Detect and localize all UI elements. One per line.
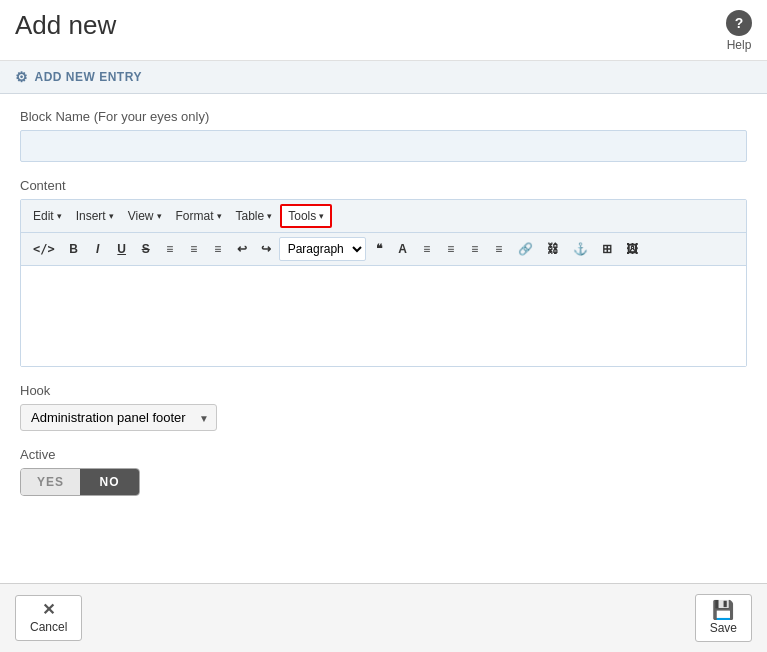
char-map-btn[interactable]: A xyxy=(392,239,414,259)
align-center-btn[interactable]: ≡ xyxy=(183,239,205,259)
link-btn[interactable]: 🔗 xyxy=(512,239,539,259)
paragraph-select[interactable]: Paragraph Heading 1 Heading 2 Heading 3 xyxy=(279,237,366,261)
block-name-label: Block Name (For your eyes only) xyxy=(20,109,747,124)
toggle-no[interactable]: NO xyxy=(80,469,139,495)
editor-wrapper: Edit ▾ Insert ▾ View ▾ Format ▾ Table ▾ … xyxy=(20,199,747,367)
hook-label: Hook xyxy=(20,383,747,398)
active-label: Active xyxy=(20,447,747,462)
align-left-btn[interactable]: ≡ xyxy=(159,239,181,259)
save-icon: 💾 xyxy=(712,601,734,619)
bold-btn[interactable]: B xyxy=(63,239,85,259)
block-name-group: Block Name (For your eyes only) xyxy=(20,109,747,162)
table-btn[interactable]: ⊞ xyxy=(596,239,618,259)
active-group: Active YES NO xyxy=(20,447,747,496)
anchor-btn[interactable]: ⚓ xyxy=(567,239,594,259)
hook-group: Hook Administration panel footer Header … xyxy=(20,383,747,431)
indent-btn[interactable]: ≡ xyxy=(464,239,486,259)
help-label: Help xyxy=(727,38,752,52)
underline-btn[interactable]: U xyxy=(111,239,133,259)
block-name-input[interactable] xyxy=(20,130,747,162)
cancel-label: Cancel xyxy=(30,620,67,634)
help-icon: ? xyxy=(726,10,752,36)
blockquote-btn[interactable]: ❝ xyxy=(368,239,390,259)
hook-select-wrapper: Administration panel footer Header Foote… xyxy=(20,404,217,431)
toggle-yes[interactable]: YES xyxy=(21,469,80,495)
undo-btn[interactable]: ↩ xyxy=(231,239,253,259)
view-menu[interactable]: View ▾ xyxy=(122,206,168,226)
page-header: Add new ? Help xyxy=(0,0,767,61)
gear-icon: ⚙ xyxy=(15,69,29,85)
redo-btn[interactable]: ↪ xyxy=(255,239,277,259)
strikethrough-btn[interactable]: S xyxy=(135,239,157,259)
image-btn[interactable]: 🖼 xyxy=(620,239,644,259)
italic-btn[interactable]: I xyxy=(87,239,109,259)
editor-area[interactable] xyxy=(21,266,746,366)
editor-toolbar: </> B I U S ≡ ≡ ≡ ↩ ↪ Paragraph Heading … xyxy=(21,233,746,266)
sub-header: ⚙ ADD NEW ENTRY xyxy=(0,61,767,94)
align-right-btn[interactable]: ≡ xyxy=(207,239,229,259)
ul-btn[interactable]: ≡ xyxy=(416,239,438,259)
page-title: Add new xyxy=(15,10,116,41)
footer-bar: ✕ Cancel 💾 Save xyxy=(0,583,767,652)
sub-header-label: ADD NEW ENTRY xyxy=(35,70,142,84)
tools-menu[interactable]: Tools ▾ xyxy=(280,204,332,228)
table-menu[interactable]: Table ▾ xyxy=(230,206,279,226)
outdent-btn[interactable]: ≡ xyxy=(488,239,510,259)
active-toggle[interactable]: YES NO xyxy=(20,468,140,496)
format-menu[interactable]: Format ▾ xyxy=(170,206,228,226)
form-body: Block Name (For your eyes only) Content … xyxy=(0,94,767,583)
save-label: Save xyxy=(710,621,737,635)
hook-select[interactable]: Administration panel footer Header Foote… xyxy=(20,404,217,431)
save-button[interactable]: 💾 Save xyxy=(695,594,752,642)
edit-menu[interactable]: Edit ▾ xyxy=(27,206,68,226)
cancel-button[interactable]: ✕ Cancel xyxy=(15,595,82,641)
page-wrapper: Add new ? Help ⚙ ADD NEW ENTRY Block Nam… xyxy=(0,0,767,652)
content-label: Content xyxy=(20,178,747,193)
code-btn[interactable]: </> xyxy=(27,239,61,259)
cancel-icon: ✕ xyxy=(42,602,55,618)
insert-menu[interactable]: Insert ▾ xyxy=(70,206,120,226)
content-group: Content Edit ▾ Insert ▾ View ▾ Format ▾ … xyxy=(20,178,747,367)
ol-btn[interactable]: ≡ xyxy=(440,239,462,259)
unlink-btn[interactable]: ⛓ xyxy=(541,239,565,259)
help-button[interactable]: ? Help xyxy=(726,10,752,52)
editor-menubar: Edit ▾ Insert ▾ View ▾ Format ▾ Table ▾ … xyxy=(21,200,746,233)
